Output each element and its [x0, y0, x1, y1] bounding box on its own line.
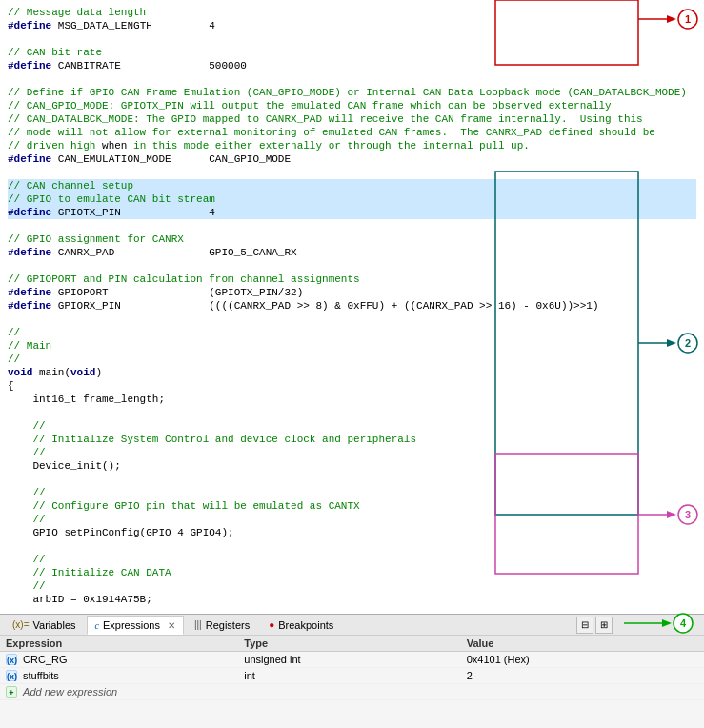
code-line — [8, 32, 696, 46]
code-line — [8, 473, 696, 486]
close-tab-icon[interactable]: ✕ — [168, 620, 175, 631]
toolbar-btn-2[interactable]: ⊞ — [595, 617, 613, 634]
code-line: // — [8, 486, 696, 499]
code-line: { — [8, 379, 696, 393]
var-icon: (x) — [6, 654, 17, 665]
code-line: // mode will not allow for external moni… — [8, 126, 696, 139]
code-line: // — [8, 353, 696, 366]
code-line: // CAN_GPIO_MODE: GPIOTX_PIN will output… — [8, 99, 696, 112]
expr-name: CRC_RG — [23, 654, 67, 665]
svg-text:4: 4 — [680, 617, 687, 629]
code-line: // — [8, 446, 696, 459]
value-cell: 0x4101 (Hex) — [461, 652, 704, 668]
code-line: #define GPIOTX_PIN 4 — [8, 206, 696, 219]
code-line: // — [8, 579, 696, 593]
tab-variables[interactable]: (x)= Variables — [4, 616, 85, 635]
code-line: // — [8, 513, 696, 526]
code-line: #define GPIORX_PIN ((((CANRX_PAD >> 8) &… — [8, 299, 696, 313]
add-expression-cell[interactable]: + Add new expression — [0, 684, 704, 700]
code-line: // Message data length — [8, 6, 696, 19]
expressions-icon: c — [95, 620, 99, 631]
var-icon: (x) — [6, 670, 17, 681]
code-line: Device_init(); — [8, 459, 696, 473]
code-line — [8, 166, 696, 179]
code-line — [8, 313, 696, 326]
svg-marker-17 — [662, 619, 672, 627]
code-line: #define CANRX_PAD GPIO_5_CANA_RX — [8, 246, 696, 259]
panel-toolbar: ⊟ ⊞ — [576, 617, 613, 634]
code-editor: // Message data length #define MSG_DATA_… — [8, 6, 696, 614]
code-line: // GPIO to emulate CAN bit stream — [8, 192, 696, 206]
tab-registers[interactable]: ||| Registers — [186, 616, 258, 635]
code-line: // Configure GPIO pin that will be emula… — [8, 499, 696, 513]
code-line: int16_t frame_length; — [8, 393, 696, 406]
bottom-panel: (x)= Variables c Expressions ✕ ||| Regis… — [0, 614, 704, 728]
code-line: #define MSG_DATA_LENGTH 4 — [8, 19, 696, 32]
panel-tabs: (x)= Variables c Expressions ✕ ||| Regis… — [0, 615, 704, 636]
table-row[interactable]: + Add new expression — [0, 684, 704, 700]
code-line: // Main — [8, 339, 696, 353]
code-line — [8, 219, 696, 233]
code-line — [8, 259, 696, 273]
expressions-table: Expression Type Value (x) CRC_RG unsigne… — [0, 636, 704, 700]
col-value: Value — [461, 636, 704, 652]
code-line — [8, 539, 696, 553]
annotation-4-container: 4 — [624, 613, 700, 637]
registers-icon: ||| — [194, 619, 202, 630]
code-line: #define CANBITRATE 500000 — [8, 59, 696, 72]
code-line: // Initialize System Control and device … — [8, 433, 696, 446]
code-line: // — [8, 326, 696, 339]
tab-variables-label: Variables — [33, 619, 76, 631]
tab-expressions-label: Expressions — [103, 619, 160, 631]
variables-icon: (x)= — [12, 619, 30, 630]
expr-cell: (x) stuffbits — [0, 668, 238, 684]
code-line: arbID = 0x1914A75B; — [8, 593, 696, 606]
tab-breakpoints-label: Breakpoints — [278, 619, 333, 631]
expr-cell: (x) CRC_RG — [0, 652, 238, 668]
main-container: // Message data length #define MSG_DATA_… — [0, 0, 704, 728]
code-area: // Message data length #define MSG_DATA_… — [0, 0, 704, 614]
code-line: // CAN_DATALBCK_MODE: The GPIO mapped to… — [8, 112, 696, 126]
add-expression-label: Add new expression — [23, 686, 117, 698]
annotation-4-svg: 4 — [624, 613, 700, 634]
code-line: // — [8, 553, 696, 566]
value-cell: 2 — [461, 668, 704, 684]
breakpoints-icon: ● — [269, 619, 274, 630]
table-row: (x) stuffbits int 2 — [0, 668, 704, 684]
code-line: #define GPIOPORT (GPIOTX_PIN/32) — [8, 286, 696, 299]
code-line — [8, 72, 696, 86]
add-icon: + — [6, 686, 17, 698]
tab-breakpoints[interactable]: ● Breakpoints — [260, 616, 342, 635]
code-line: // Initialize CAN DATA — [8, 566, 696, 579]
col-type: Type — [238, 636, 460, 652]
expr-name: stuffbits — [23, 670, 59, 681]
code-line: #define CAN_EMULATION_MODE CAN_GPIO_MODE — [8, 152, 696, 166]
code-line: // driven high when in this mode either … — [8, 139, 696, 152]
code-line: GPIO_setPinConfig(GPIO_4_GPIO4); — [8, 526, 696, 539]
tab-expressions[interactable]: c Expressions ✕ — [87, 616, 184, 635]
toolbar-btn-1[interactable]: ⊟ — [576, 617, 593, 634]
code-line: // Define if GPIO CAN Frame Emulation (C… — [8, 86, 696, 99]
code-line — [8, 406, 696, 419]
table-row: (x) CRC_RG unsigned int 0x4101 (Hex) — [0, 652, 704, 668]
type-cell: unsigned int — [238, 652, 460, 668]
type-cell: int — [238, 668, 460, 684]
code-line — [8, 606, 696, 614]
code-line: void main(void) — [8, 366, 696, 379]
code-line: // GPIOPORT and PIN calculation from cha… — [8, 273, 696, 286]
col-expression: Expression — [0, 636, 238, 652]
code-line: // CAN channel setup — [8, 179, 696, 192]
code-line: // GPIO assignment for CANRX — [8, 233, 696, 246]
code-line: // CAN bit rate — [8, 46, 696, 59]
code-line: // — [8, 419, 696, 433]
tab-registers-label: Registers — [206, 619, 250, 631]
